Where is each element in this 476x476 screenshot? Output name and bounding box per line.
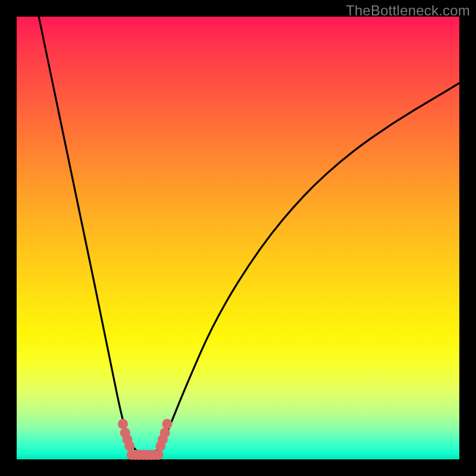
valley-dot bbox=[154, 450, 164, 460]
bottleneck-curve-path bbox=[39, 17, 459, 455]
valley-dot bbox=[162, 419, 172, 429]
valley-dot bbox=[124, 441, 134, 451]
valley-highlight-dots bbox=[118, 419, 172, 460]
valley-dot bbox=[160, 428, 170, 438]
bottleneck-curve-svg bbox=[17, 17, 459, 459]
valley-dot bbox=[118, 419, 128, 429]
